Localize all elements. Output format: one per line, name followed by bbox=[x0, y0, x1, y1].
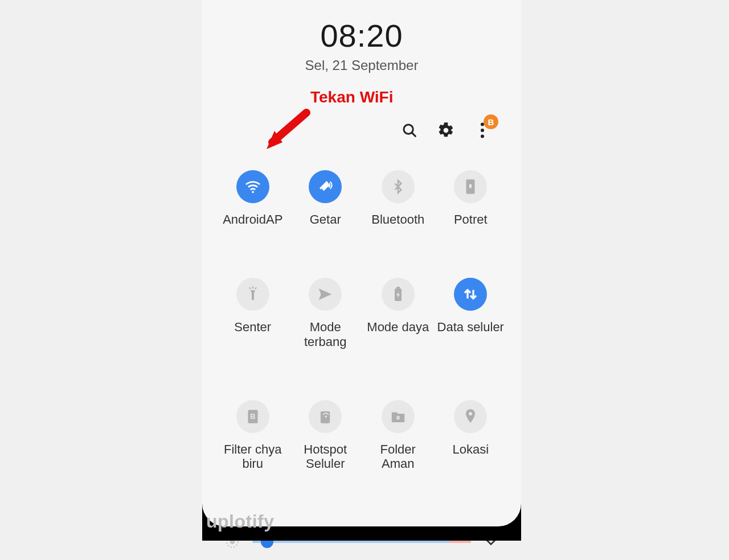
tile-label: Getar bbox=[310, 212, 341, 227]
securefolder-icon bbox=[382, 400, 415, 433]
tile-vibrate[interactable]: Getar bbox=[292, 170, 359, 227]
date: Sel, 21 September bbox=[305, 57, 419, 73]
svg-point-5 bbox=[252, 191, 254, 193]
tile-bluetooth[interactable]: Bluetooth bbox=[364, 170, 432, 227]
svg-line-10 bbox=[255, 287, 256, 289]
slider-track-warn bbox=[449, 541, 471, 543]
tile-bluefilter[interactable]: BFilter chya biru bbox=[219, 400, 286, 471]
gear-icon bbox=[437, 122, 454, 139]
brightness-slider[interactable] bbox=[252, 540, 471, 543]
svg-rect-12 bbox=[396, 287, 400, 289]
clock: 08:20 bbox=[320, 17, 403, 54]
tile-battery[interactable]: Mode daya bbox=[364, 278, 432, 349]
vibrate-icon bbox=[309, 170, 342, 203]
settings-button[interactable] bbox=[436, 120, 456, 141]
svg-line-9 bbox=[249, 287, 251, 289]
svg-point-3 bbox=[481, 129, 484, 132]
quick-tiles-grid: AndroidAPGetarBluetoothPotretSenterMode … bbox=[202, 170, 521, 471]
airplane-icon bbox=[309, 278, 342, 311]
svg-point-0 bbox=[404, 125, 413, 134]
tile-hotspot[interactable]: Hotspot Seluler bbox=[292, 400, 359, 471]
bluetooth-icon bbox=[382, 170, 415, 203]
svg-point-16 bbox=[325, 415, 327, 418]
tile-mobiledata[interactable]: Data seluler bbox=[437, 278, 505, 349]
annotation-text: Tekan WiFi bbox=[310, 88, 393, 106]
panel-toolbar: B bbox=[202, 120, 521, 141]
svg-rect-7 bbox=[469, 184, 472, 188]
tile-label: Mode daya bbox=[367, 320, 429, 334]
battery-icon bbox=[382, 278, 415, 311]
tile-airplane[interactable]: Mode terbang bbox=[292, 278, 359, 349]
svg-text:B: B bbox=[250, 412, 255, 421]
tile-flashlight[interactable]: Senter bbox=[219, 278, 286, 349]
tile-label: Bluetooth bbox=[371, 212, 424, 227]
tile-location[interactable]: Lokasi bbox=[437, 400, 505, 471]
notification-badge: B bbox=[484, 114, 498, 129]
portrait-icon bbox=[454, 170, 487, 203]
tile-label: Filter chya biru bbox=[219, 442, 286, 471]
mobiledata-icon bbox=[454, 278, 487, 311]
tile-portrait[interactable]: Potret bbox=[437, 170, 505, 227]
tile-label: Senter bbox=[234, 320, 271, 334]
svg-line-1 bbox=[412, 133, 416, 137]
tile-wifi[interactable]: AndroidAP bbox=[219, 170, 286, 227]
svg-point-19 bbox=[469, 412, 472, 415]
tile-label: AndroidAP bbox=[223, 212, 282, 227]
location-icon bbox=[454, 400, 487, 433]
tile-label: Potret bbox=[454, 212, 488, 227]
svg-point-4 bbox=[481, 134, 484, 138]
tile-label: Mode terbang bbox=[292, 320, 359, 349]
bluefilter-icon: B bbox=[236, 400, 269, 433]
search-icon bbox=[401, 122, 418, 139]
svg-point-18 bbox=[398, 417, 399, 418]
search-button[interactable] bbox=[399, 120, 420, 141]
tile-label: Data seluler bbox=[437, 320, 504, 334]
wifi-icon bbox=[236, 170, 269, 203]
watermark: uplotify bbox=[206, 511, 275, 532]
hotspot-icon bbox=[309, 400, 342, 433]
tile-securefolder[interactable]: Folder Aman bbox=[364, 400, 432, 471]
overflow-button[interactable]: B bbox=[472, 120, 493, 141]
slider-track bbox=[252, 541, 471, 543]
flashlight-icon bbox=[236, 278, 269, 311]
tile-label: Lokasi bbox=[452, 442, 489, 456]
tile-label: Hotspot Seluler bbox=[292, 442, 359, 471]
quick-settings-panel: 08:20 Sel, 21 September B AndroidAPGetar… bbox=[202, 0, 521, 541]
tile-label: Folder Aman bbox=[364, 442, 432, 471]
